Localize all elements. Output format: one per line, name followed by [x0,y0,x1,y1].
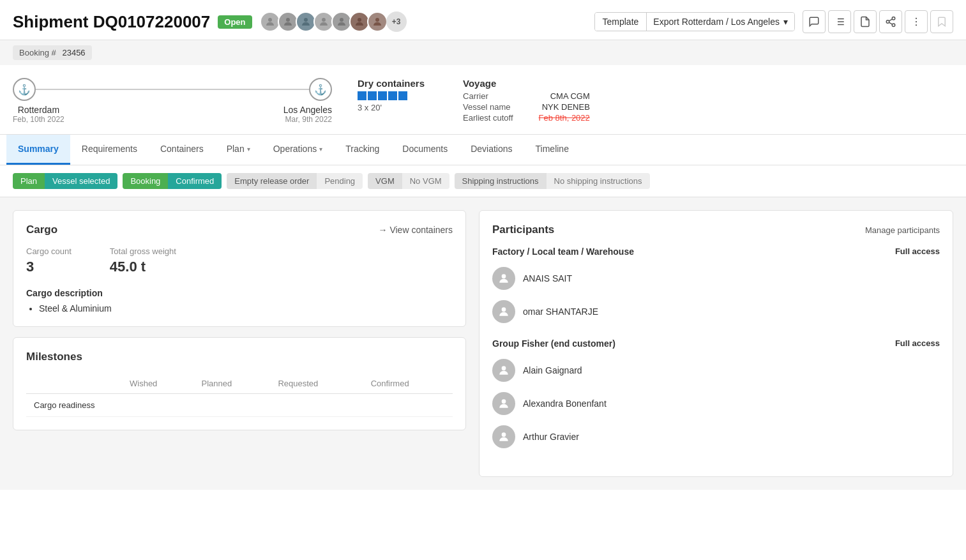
tab-deviations[interactable]: Deviations [459,135,524,165]
svg-point-2 [304,18,308,22]
participant-name: Arthur Gravier [523,432,579,442]
bookmark-button[interactable] [930,10,953,33]
svg-point-20 [916,24,917,26]
milestone-requested [270,394,363,417]
svg-point-21 [502,274,506,278]
svg-point-4 [340,18,343,22]
plan-pill: Plan [13,173,45,189]
participants-card: Participants Manage participants Factory… [479,210,953,477]
svg-point-0 [268,18,272,22]
dry-containers-section: Dry containers 3 x 20' [358,78,425,124]
booking-number: 23456 [62,48,85,57]
container-count: 3 x 20' [358,103,425,112]
vessel-value: NYK DENEB [542,102,590,112]
template-dropdown[interactable]: Export Rotterdam / Los Angeles ▾ [647,13,794,31]
group-factory-access: Full access [895,246,940,257]
list-button[interactable] [828,10,851,33]
tab-timeline[interactable]: Timeline [524,135,580,165]
cargo-weight-label: Total gross weight [110,246,176,256]
route-visual: ⚓ ⚓ Rotterdam Feb, 10th 2022 Los Angeles… [13,78,332,124]
tab-operations-label: Operations [273,144,317,154]
avatar-photo2 [349,11,370,32]
share-button[interactable] [879,10,902,33]
pending-pill: Pending [317,173,363,189]
bar-segment [378,91,387,100]
bar-segment [398,91,407,100]
origin-port-icon: ⚓ [13,78,36,101]
tab-requirements[interactable]: Requirements [70,135,149,165]
cargo-description-section: Cargo description Steel & Aluminium [26,288,453,314]
status-badge: Open [218,15,252,29]
voyage-info: Dry containers 3 x 20' Voyage Carrier CM… [358,78,590,124]
view-containers-link[interactable]: → View containers [379,225,453,235]
avatar [492,300,515,323]
svg-point-13 [892,17,895,20]
template-value: Export Rotterdam / Los Angeles [653,17,780,27]
tab-containers-label: Containers [160,144,204,154]
list-item: Arthur Gravier [492,420,940,453]
shipping-instructions-pill: Shipping instructions [455,173,547,189]
list-item: Alain Gaignard [492,354,940,387]
booking-label: Booking # [19,48,56,57]
route-line [36,89,309,90]
tab-summary[interactable]: Summary [6,135,70,165]
cargo-count-value: 3 [26,259,72,275]
cargo-desc-list: Steel & Aluminium [26,303,453,314]
list-item: Alexandra Bonenfant [492,387,940,420]
avatar [492,425,515,448]
template-selector[interactable]: Template Export Rotterdam / Los Angeles … [594,12,795,31]
confirmed-pill: Confirmed [168,173,222,189]
tab-plan-label: Plan [227,144,245,154]
list-item: omar SHANTARJE [492,295,940,328]
cargo-weight-value: 45.0 t [110,259,176,275]
avatar [492,267,515,290]
avatar [492,359,515,382]
destination-date: Mar, 9th 2022 [283,115,332,124]
more-options-button[interactable] [905,10,928,33]
container-bar [358,91,425,100]
vessel-selected-pill: Vessel selected [45,173,117,189]
origin-name: Rotterdam [13,105,64,115]
origin-date: Feb, 10th 2022 [13,115,64,124]
group-fisher-access: Full access [895,338,940,349]
tab-containers[interactable]: Containers [149,135,215,165]
template-label: Template [595,13,647,31]
operations-dropdown-icon: ▾ [319,146,322,153]
plan-status-group: Plan Vessel selected [13,173,117,189]
empty-release-pill: Empty release order [227,173,317,189]
shipping-instructions-status-group: Shipping instructions No shipping instru… [455,173,650,189]
avatar [260,11,280,32]
voyage-details: Voyage Carrier CMA CGM Vessel name NYK D… [463,78,590,124]
group-fisher-name: Group Fisher (end customer) [492,338,615,349]
dropdown-arrow-icon: ▾ [783,17,788,27]
dry-containers-label: Dry containers [358,78,425,89]
svg-point-14 [886,20,889,24]
participant-group-fisher: Group Fisher (end customer) Full access … [492,338,940,453]
tab-documents[interactable]: Documents [391,135,459,165]
milestone-confirmed [363,394,453,417]
milestone-label: Cargo readiness [26,394,122,417]
manage-participants-link[interactable]: Manage participants [865,225,940,235]
tab-documents-label: Documents [402,144,448,154]
svg-point-1 [286,18,290,22]
svg-point-6 [375,18,379,22]
milestones-table: Wished Planned Requested Confirmed Cargo… [26,374,453,417]
tab-tracking[interactable]: Tracking [334,135,391,165]
svg-point-15 [892,24,895,27]
avatar-overflow-count[interactable]: +3 [386,11,407,32]
comment-button[interactable] [803,10,826,33]
no-shipping-instructions-pill: No shipping instructions [547,173,650,189]
svg-point-25 [502,432,506,437]
table-row: Cargo readiness [26,394,453,417]
svg-point-18 [916,18,917,19]
participant-group-factory: Factory / Local team / Warehouse Full ac… [492,246,940,328]
avatar [492,392,515,415]
tabs-bar: Summary Requirements Containers Plan ▾ O… [0,135,966,165]
status-badges-row: Plan Vessel selected Booking Confirmed E… [0,165,966,197]
vgm-pill: VGM [368,173,402,189]
document-button[interactable] [854,10,877,33]
tab-operations[interactable]: Operations ▾ [262,135,334,165]
tab-plan[interactable]: Plan ▾ [215,135,262,165]
list-item: ANAIS SAIT [492,262,940,295]
tab-timeline-label: Timeline [536,144,569,154]
